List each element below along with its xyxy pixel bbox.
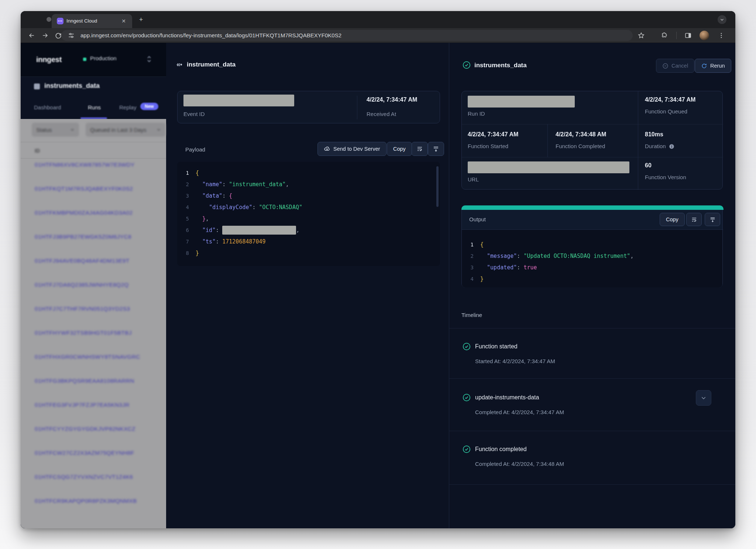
payload-copy-button[interactable]: Copy [387, 142, 412, 156]
card-col-divider [547, 124, 548, 157]
url-bar[interactable]: app.inngest.com/env/production/functions… [61, 30, 633, 41]
code-line: 7 "ts": 1712068487049 [177, 236, 440, 247]
timeline-entry-title: Function started [475, 343, 518, 350]
function-completed-label: Function Completed [556, 143, 605, 149]
run-id-link[interactable]: 01HTFJ94AVE0BQ48AF4DM13E9T [35, 258, 140, 265]
function-version-label: Function Version [645, 174, 686, 180]
runs-list-panel: Status Queued in Last 3 Days ID 01HTFN86… [21, 119, 166, 528]
run-id-link[interactable]: 01HTFHYWF32TSB9HGT01F5BTBJ [35, 330, 140, 337]
step-check-icon [462, 393, 471, 402]
run-id-link[interactable]: 01HTFCW27CZ2X3AZM75QEYNH8F [35, 450, 140, 457]
timeline-expand-button[interactable] [696, 390, 711, 406]
run-id-link[interactable]: 01HTFKMBPMD0ZAJ4AG04KD3A02 [35, 209, 140, 217]
tab-dashboard[interactable]: Dashboard [34, 104, 61, 110]
code-token: "data" [202, 192, 222, 199]
status-filter[interactable]: Status [32, 123, 79, 137]
function-version-value: 60 [645, 162, 652, 169]
output-status-bar [461, 205, 724, 210]
payload-scrollbar[interactable] [436, 166, 439, 207]
wrap-text-icon [416, 146, 423, 152]
run-id-link[interactable]: 01HTFN86XV8CXW87857W7E3WDY [35, 161, 140, 169]
output-scroll-bottom-button[interactable] [705, 213, 720, 226]
side-panel-icon[interactable] [684, 32, 692, 39]
code-token: : [517, 264, 523, 271]
code-token: "name" [202, 181, 222, 188]
line-number: 8 [177, 250, 196, 256]
window-close-button[interactable] [47, 17, 51, 22]
chevron-down-icon [70, 127, 75, 132]
send-to-dev-server-button[interactable]: Send to Dev Server [317, 142, 386, 156]
run-id-link[interactable]: 01HTFCR9KAPQP0R8PZK3MQNMXB [35, 498, 140, 505]
code-token: "updated" [487, 264, 517, 271]
payload-title: Payload [185, 146, 205, 153]
code-token: , [630, 253, 633, 259]
run-id-list: 01HTFN86XV8CXW87857W7E3WDY01HTFKQT1M7RSJ… [35, 161, 140, 505]
code-token: "displayCode" [209, 204, 252, 211]
run-id-redacted [468, 96, 575, 108]
payload-code-block[interactable]: 1{2 "name": "instrument_data",3 "data": … [177, 162, 440, 266]
event-title: instrument_data [187, 61, 236, 68]
environment-switcher-icon[interactable] [146, 54, 152, 64]
code-token: , [286, 181, 289, 188]
cancel-button[interactable]: Cancel [656, 59, 694, 73]
run-id-link[interactable]: 01HTFEG3FVJP7FZJP7EA5KN3JR [35, 402, 140, 409]
new-tab-button[interactable]: + [137, 16, 145, 23]
list-divider [21, 158, 166, 158]
output-wrap-text-button[interactable] [686, 213, 702, 226]
run-id-link[interactable]: 01HTFCSQG7ZYVXNZVC7VT1Z4K6 [35, 474, 140, 481]
environment-selector[interactable]: Production [90, 55, 117, 61]
function-icon [34, 83, 40, 89]
line-number: 2 [177, 181, 196, 187]
output-title: Output [469, 216, 486, 222]
cloud-download-icon [324, 146, 330, 152]
run-id-link[interactable]: 01HTFJ3B9PB27EWGK5Z0M6JYC8 [35, 233, 140, 241]
rerun-button[interactable]: Rerun [695, 59, 731, 73]
inngest-favicon: ••• [57, 18, 63, 24]
code-token: : [222, 181, 229, 188]
chevron-down-icon [157, 127, 161, 132]
run-id-link[interactable]: 01HTFKQT1M7RSJQABEXYF0K0S2 [35, 185, 140, 193]
code-line: 6 "id": , [177, 224, 440, 236]
run-id-label: Run ID [468, 110, 485, 117]
time-range-filter[interactable]: Queued in Last 3 Days [86, 123, 165, 137]
run-id-link[interactable]: 01HTFCYYZGYGYGDKJVP82NKXCZ [35, 426, 140, 433]
output-copy-button[interactable]: Copy [660, 213, 685, 226]
rerun-icon [701, 63, 707, 69]
run-id-link[interactable]: 01HTFJ7C7THF7RVN051Q3YD2S3 [35, 306, 140, 313]
run-panel: instruments_data Cancel Rerun Run ID [449, 43, 735, 528]
status-filter-label: Status [36, 127, 52, 133]
payload-wrap-text-button[interactable] [412, 142, 428, 156]
code-line: 2 "message": "Updated OCTO:NASDAQ instru… [462, 250, 722, 262]
duration-label-text: Duration [645, 143, 666, 149]
code-line: 4 "displayCode": "OCTO:NASDAQ" [177, 201, 440, 213]
forward-icon[interactable] [41, 32, 49, 39]
back-icon[interactable] [28, 32, 35, 39]
run-id-link[interactable]: 01HTFG3BKPQSR9EAA8108RARRN [35, 378, 140, 385]
tab-runs[interactable]: Runs [88, 104, 101, 110]
output-card: Output Copy 1{2 "message": "Updated OCTO… [461, 205, 723, 287]
refresh-icon[interactable] [55, 32, 62, 39]
code-token: { [480, 241, 484, 248]
output-code-block[interactable]: 1{2 "message": "Updated OCTO:NASDAQ inst… [462, 230, 722, 287]
browser-tab[interactable]: ••• Inngest Cloud ✕ [52, 14, 132, 28]
duration-value: 810ms [645, 131, 663, 138]
code-token: : [216, 238, 222, 245]
bookmark-star-icon[interactable] [638, 32, 645, 39]
profile-avatar[interactable] [700, 31, 709, 40]
code-token: : [222, 192, 229, 199]
browser-toolbar: app.inngest.com/env/production/functions… [21, 28, 735, 43]
run-id-link[interactable]: 01HTFHXGR0CWNHSWY8TSNAVGRC [35, 354, 140, 361]
tab-replay[interactable]: Replay [119, 104, 137, 110]
site-settings-icon[interactable] [68, 32, 75, 39]
scroll-to-bottom-icon [433, 146, 439, 152]
run-id-link[interactable]: 01HTFJ7DA6Q2385JWNHYE8Q2Q [35, 282, 140, 289]
info-icon[interactable] [669, 144, 674, 149]
code-token: "ts" [202, 238, 216, 245]
tab-search-button[interactable] [718, 15, 726, 24]
extensions-icon[interactable] [661, 32, 668, 39]
line-number: 5 [177, 216, 196, 222]
browser-titlebar: ••• Inngest Cloud ✕ + [21, 11, 735, 28]
payload-scroll-bottom-button[interactable] [428, 142, 444, 156]
menu-kebab-icon[interactable] [718, 32, 725, 39]
tab-close-icon[interactable]: ✕ [120, 18, 127, 24]
